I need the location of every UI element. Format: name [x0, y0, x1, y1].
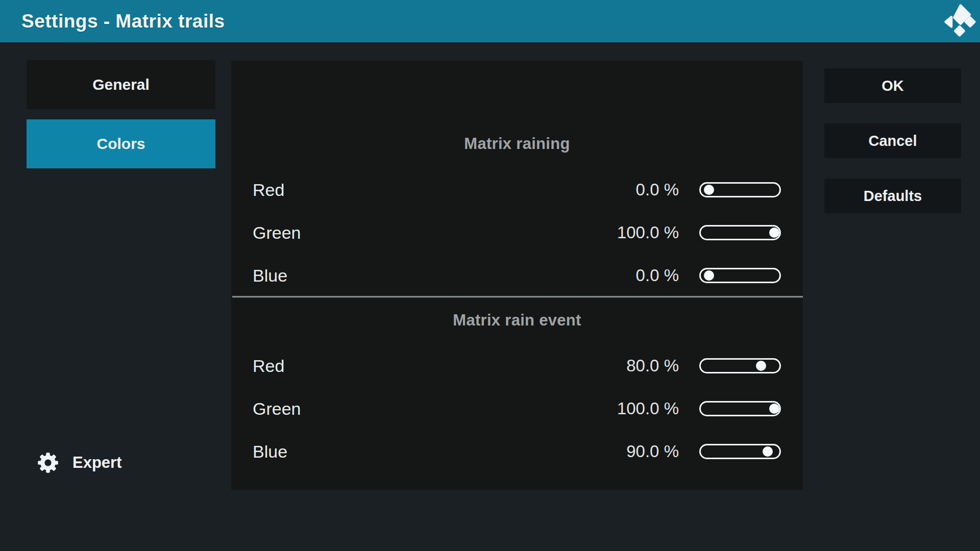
cancel-button[interactable]: Cancel [824, 123, 961, 158]
group-title: Matrix rain event [231, 311, 803, 330]
slider[interactable] [699, 401, 781, 416]
setting-value: 100.0 % [617, 399, 679, 418]
gear-icon [37, 451, 59, 474]
sidebar-item-label: General [92, 76, 150, 93]
ok-button[interactable]: OK [824, 68, 961, 103]
settings-level-label: Expert [72, 454, 121, 472]
sidebar-item-label: Colors [96, 135, 145, 153]
slider-knob[interactable] [763, 446, 773, 457]
setting-value: 90.0 % [626, 442, 679, 461]
setting-row-raining-green[interactable]: Green 100.0 % [231, 221, 803, 244]
setting-value: 0.0 % [636, 266, 679, 285]
setting-row-raining-blue[interactable]: Blue 0.0 % [231, 264, 803, 287]
window-title: Settings - Matrix trails [0, 11, 225, 32]
settings-level-toggle[interactable]: Expert [37, 450, 121, 475]
setting-value: 0.0 % [636, 180, 679, 199]
slider-knob[interactable] [769, 404, 779, 414]
setting-label: Red [253, 356, 284, 376]
setting-label: Blue [253, 442, 287, 462]
setting-value: 100.0 % [617, 223, 679, 242]
titlebar: Settings - Matrix trails [0, 0, 980, 42]
slider[interactable] [699, 444, 781, 459]
button-label: Cancel [868, 133, 917, 149]
slider[interactable] [699, 268, 781, 283]
setting-label: Blue [253, 266, 287, 286]
settings-panel: Matrix raining Red 0.0 % Green 100.0 % B… [231, 61, 803, 490]
slider-knob[interactable] [704, 185, 714, 195]
setting-label: Green [253, 399, 301, 419]
setting-row-event-blue[interactable]: Blue 90.0 % [231, 440, 803, 463]
button-label: Defaults [864, 188, 922, 205]
defaults-button[interactable]: Defaults [824, 179, 961, 213]
setting-value: 80.0 % [626, 356, 679, 375]
settings-dialog: Settings - Matrix trails General Colors … [0, 0, 980, 551]
setting-row-raining-red[interactable]: Red 0.0 % [231, 179, 803, 201]
kodi-logo-icon [942, 4, 976, 37]
slider-knob[interactable] [704, 270, 714, 281]
slider[interactable] [699, 182, 781, 197]
slider-knob[interactable] [769, 228, 779, 238]
slider[interactable] [699, 358, 781, 373]
group-title: Matrix raining [231, 135, 803, 153]
sidebar-item-general[interactable]: General [27, 60, 215, 109]
slider[interactable] [699, 225, 781, 240]
group-separator [232, 296, 803, 298]
button-label: OK [881, 78, 904, 94]
sidebar-item-colors[interactable]: Colors [27, 119, 215, 168]
setting-row-event-green[interactable]: Green 100.0 % [231, 397, 803, 420]
setting-label: Green [253, 223, 301, 243]
setting-label: Red [253, 180, 284, 200]
slider-knob[interactable] [756, 361, 766, 371]
setting-row-event-red[interactable]: Red 80.0 % [231, 355, 803, 377]
